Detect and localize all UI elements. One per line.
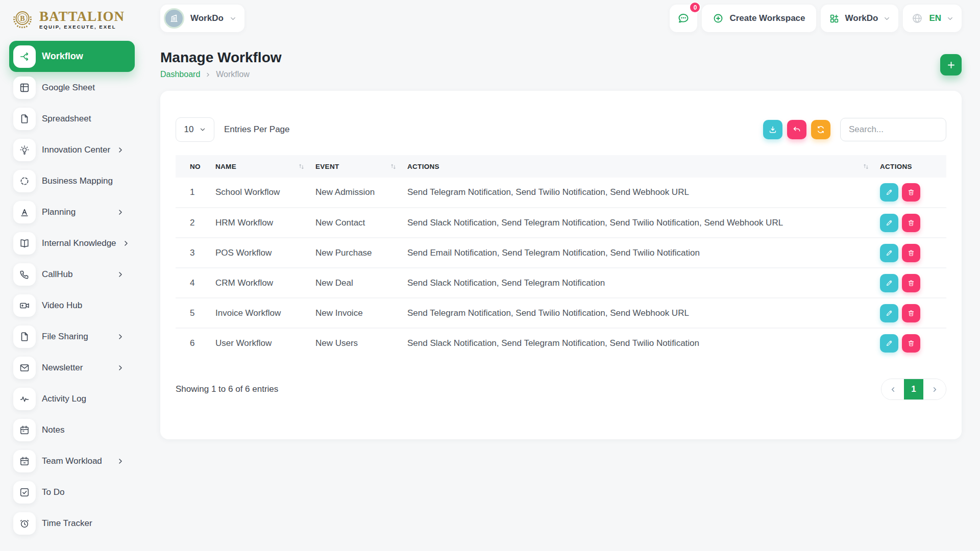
breadcrumb-dashboard-link[interactable]: Dashboard — [160, 70, 200, 79]
column-header-actions[interactable]: ACTIONS — [402, 155, 875, 178]
sidebar-item-activity-log[interactable]: Activity Log — [9, 383, 135, 414]
edit-button[interactable] — [880, 214, 898, 232]
file-sharing-icon — [13, 325, 36, 348]
plus-circle-icon — [713, 13, 724, 24]
add-workflow-button[interactable] — [940, 54, 962, 76]
cell-no: 4 — [176, 268, 210, 298]
laurel-badge-icon: B — [10, 7, 35, 32]
sidebar-item-label: File Sharing — [42, 332, 88, 342]
sidebar-item-innovation-center[interactable]: Innovation Center — [9, 134, 135, 165]
pagination-current-page[interactable]: 1 — [904, 379, 923, 399]
delete-button[interactable] — [902, 183, 920, 202]
plus-icon — [946, 60, 956, 70]
sidebar-item-to-do[interactable]: To Do — [9, 477, 135, 508]
sidebar-item-internal-knowledge[interactable]: Internal Knowledge — [9, 228, 135, 259]
refresh-button[interactable] — [811, 120, 830, 139]
column-header-name[interactable]: NAME — [210, 155, 310, 178]
column-header-event[interactable]: EVENT — [310, 155, 402, 178]
cell-event: New Contact — [310, 208, 402, 238]
pencil-icon — [885, 249, 893, 257]
cell-name: School Workflow — [210, 178, 310, 208]
sidebar-item-file-sharing[interactable]: File Sharing — [9, 321, 135, 352]
edit-button[interactable] — [880, 183, 898, 202]
trash-icon — [907, 339, 915, 347]
table-row: 2HRM WorkflowNew ContactSend Slack Notif… — [176, 208, 946, 238]
column-header-actions-buttons: ACTIONS — [875, 155, 946, 178]
column-header-no: NO — [176, 155, 210, 178]
sort-icon[interactable] — [389, 163, 397, 170]
sidebar-item-spreadsheet[interactable]: Spreadsheet — [9, 103, 135, 134]
edit-button[interactable] — [880, 244, 898, 262]
workflow-table: NONAMEEVENTACTIONSACTIONS 1School Workfl… — [176, 155, 946, 358]
sidebar-item-notes[interactable]: Notes — [9, 414, 135, 445]
messages-button[interactable]: 0 — [670, 5, 697, 32]
workflow-card: 10 Entries Per Page NONAMEEVENTACTIONSAC… — [160, 91, 962, 439]
sidebar-item-business-mapping[interactable]: Business Mapping — [9, 165, 135, 196]
export-button[interactable] — [763, 120, 782, 139]
sidebar-item-team-workload[interactable]: Team Workload — [9, 445, 135, 477]
workspace-avatar — [164, 8, 184, 29]
sort-icon[interactable] — [298, 163, 305, 170]
entries-per-page-select[interactable]: 10 — [176, 117, 214, 142]
delete-button[interactable] — [902, 304, 920, 322]
sidebar: B BATTALION EQUIP, EXECUTE, EXEL Workflo… — [0, 0, 151, 551]
chevron-down-icon — [230, 15, 236, 22]
delete-button[interactable] — [902, 244, 920, 262]
language-code: EN — [929, 13, 941, 23]
pagination-prev-button[interactable] — [881, 379, 904, 399]
undo-icon — [792, 125, 801, 134]
table-footer: Showing 1 to 6 of 6 entries 1 — [176, 379, 946, 400]
cell-actions: Send Email Notification, Send Telegram N… — [402, 238, 875, 268]
language-dropdown[interactable]: EN — [903, 5, 962, 32]
todo-icon — [13, 481, 36, 504]
delete-button[interactable] — [902, 334, 920, 353]
page-title: Manage Workflow — [160, 50, 282, 65]
edit-button[interactable] — [880, 334, 898, 353]
edit-button[interactable] — [880, 274, 898, 292]
create-workspace-button[interactable]: Create Workspace — [702, 5, 816, 32]
brand-tagline: EQUIP, EXECUTE, EXEL — [39, 24, 125, 30]
account-dropdown[interactable]: WorkDo — [821, 5, 899, 32]
business-mapping-icon — [13, 170, 36, 192]
sidebar-item-label: Business Mapping — [42, 176, 113, 186]
cell-name: User Workflow — [210, 328, 310, 358]
cell-row-buttons — [875, 178, 946, 208]
cell-actions: Send Telegram Notification, Send Twilio … — [402, 298, 875, 328]
cell-event: New Admission — [310, 178, 402, 208]
pagination-next-button[interactable] — [923, 379, 946, 399]
search-input[interactable] — [840, 118, 946, 141]
cell-no: 2 — [176, 208, 210, 238]
chevron-down-icon — [947, 15, 953, 22]
brand-logo[interactable]: B BATTALION EQUIP, EXECUTE, EXEL — [9, 6, 151, 33]
sidebar-item-planning[interactable]: Planning — [9, 196, 135, 228]
sidebar-item-label: To Do — [42, 487, 64, 497]
chat-icon — [677, 12, 690, 25]
reset-button[interactable] — [787, 120, 806, 139]
sidebar-item-callhub[interactable]: CallHub — [9, 259, 135, 290]
sidebar-item-newsletter[interactable]: Newsletter — [9, 352, 135, 383]
table-row: 6User WorkflowNew UsersSend Slack Notifi… — [176, 328, 946, 358]
sidebar-item-google-sheet[interactable]: Google Sheet — [9, 72, 135, 103]
sidebar-item-label: Video Hub — [42, 300, 82, 311]
delete-button[interactable] — [902, 274, 920, 292]
sidebar-item-video-hub[interactable]: Video Hub — [9, 290, 135, 321]
cell-event: New Users — [310, 328, 402, 358]
sort-icon[interactable] — [862, 163, 870, 170]
messages-badge: 0 — [689, 2, 701, 13]
workspace-name: WorkDo — [190, 13, 224, 23]
chevron-down-icon — [884, 15, 890, 22]
globe-icon — [911, 12, 923, 24]
sidebar-item-time-tracker[interactable]: Time Tracker — [9, 508, 135, 539]
edit-button[interactable] — [880, 304, 898, 322]
sidebar-item-label: Time Tracker — [42, 518, 92, 529]
cell-name: CRM Workflow — [210, 268, 310, 298]
google-sheet-icon — [13, 77, 36, 99]
delete-button[interactable] — [902, 214, 920, 232]
cell-row-buttons — [875, 208, 946, 238]
download-icon — [768, 125, 777, 134]
planning-icon — [13, 201, 36, 223]
workspace-selector[interactable]: WorkDo — [160, 5, 244, 32]
cell-event: New Purchase — [310, 238, 402, 268]
notes-icon — [13, 419, 36, 441]
sidebar-item-workflow[interactable]: Workflow — [9, 41, 135, 72]
